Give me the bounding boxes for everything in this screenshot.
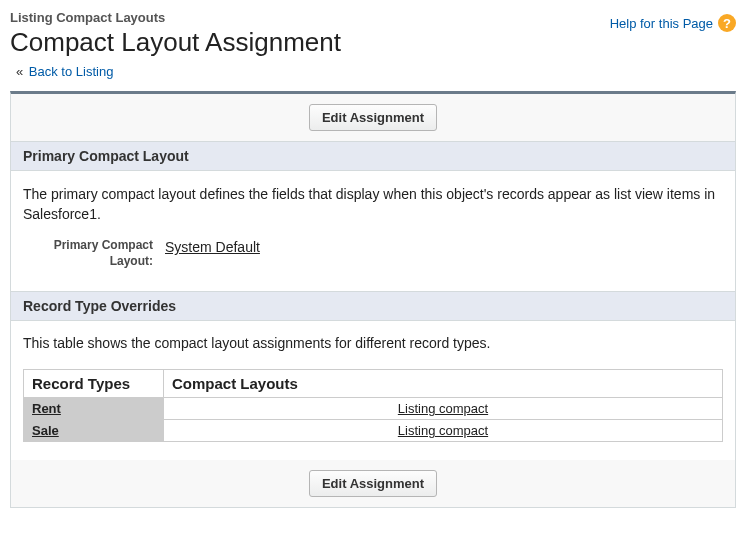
primary-compact-layout-link[interactable]: System Default [165, 239, 260, 255]
col-header-record-types: Record Types [24, 370, 164, 398]
record-type-link[interactable]: Rent [32, 401, 61, 416]
help-link[interactable]: Help for this Page ? [610, 14, 736, 32]
back-to-listing-link[interactable]: Back to Listing [29, 64, 114, 79]
main-panel: Edit Assignment Primary Compact Layout T… [10, 91, 736, 508]
page-title: Compact Layout Assignment [10, 27, 341, 58]
back-chevron-icon: « [16, 64, 23, 79]
compact-layout-link[interactable]: Listing compact [398, 423, 488, 438]
help-link-label: Help for this Page [610, 16, 713, 31]
top-button-row: Edit Assignment [11, 94, 735, 141]
overrides-description: This table shows the compact layout assi… [23, 335, 723, 351]
primary-field-label: Primary Compact Layout: [23, 238, 153, 269]
overrides-section-header: Record Type Overrides [11, 291, 735, 321]
edit-assignment-button-bottom[interactable]: Edit Assignment [309, 470, 437, 497]
col-header-compact-layouts: Compact Layouts [164, 370, 723, 398]
help-icon: ? [718, 14, 736, 32]
primary-section-body: The primary compact layout defines the f… [11, 171, 735, 291]
primary-description: The primary compact layout defines the f… [23, 185, 723, 224]
edit-assignment-button-top[interactable]: Edit Assignment [309, 104, 437, 131]
primary-section-header: Primary Compact Layout [11, 141, 735, 171]
breadcrumb: Listing Compact Layouts [10, 10, 341, 25]
override-table: Record Types Compact Layouts Rent Listin… [23, 369, 723, 442]
table-row: Sale Listing compact [24, 420, 723, 442]
compact-layout-link[interactable]: Listing compact [398, 401, 488, 416]
bottom-button-row: Edit Assignment [11, 460, 735, 507]
overrides-section-body: This table shows the compact layout assi… [11, 321, 735, 460]
record-type-link[interactable]: Sale [32, 423, 59, 438]
table-row: Rent Listing compact [24, 398, 723, 420]
